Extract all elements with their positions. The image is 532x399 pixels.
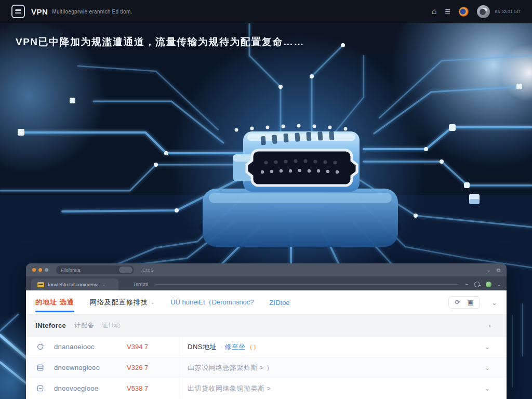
row-desc-text: 由苏说网络恶露聚炸斯 > ） <box>188 363 273 373</box>
app-logo-icon[interactable] <box>11 5 25 18</box>
table-row[interactable]: dnanaoeiooc V394 7 DNS地址 · 修至坐 （） ⌄ <box>26 336 507 357</box>
row-version: V394 7 <box>127 343 179 351</box>
row-desc-text: DNS地址 <box>188 342 217 352</box>
nav-tab-config[interactable]: 网络及配置修排技 ⌄ <box>90 290 155 314</box>
tab-caret-icon[interactable]: ⌄ <box>102 282 106 287</box>
shortcut-hint: Ctt:S <box>142 268 154 273</box>
traffic-light-3[interactable] <box>45 268 48 272</box>
hero-headline: VPN已中降加为规滥遭通道，流量传输为规待为配置复命…… <box>16 35 304 49</box>
refresh-icon[interactable]: ⟳ <box>455 299 460 305</box>
section-subtitle-1: 计配备 <box>74 321 95 330</box>
row-description: 由苏说网络恶露聚炸斯 > ） ⌄ <box>179 357 507 378</box>
row-version: V538 7 <box>127 384 179 392</box>
sync-icon <box>36 343 46 351</box>
windows-overlap-icon[interactable]: ⧉ <box>497 267 500 273</box>
collapse-chevron-icon[interactable]: ⌄ <box>491 299 497 307</box>
hamburger-menu-icon[interactable]: ≡ <box>445 7 450 16</box>
url-bar[interactable]: Filoforeta <box>56 265 134 274</box>
toolbar-button-group[interactable]: ⟳ ▣ <box>448 296 480 309</box>
brand-title: VPN <box>31 7 48 16</box>
browser-window: Filoforeta Ctt:S ⌄ ⧉ forwtefitu tal como… <box>26 263 507 399</box>
row-link-suffix: （） <box>246 342 260 352</box>
browser-tab-secondary[interactable]: Territrti <box>133 281 148 290</box>
topbar-actions: ⌂ ≡ EN 02/G1 147 <box>432 5 521 18</box>
page: VPN Multiloegprwle eranmch Ed tlom. ⌂ ≡ … <box>0 0 532 399</box>
row-name: dnoewnoglooc <box>54 364 127 371</box>
browser-tab-active[interactable]: forwtefitu tal comorerw ⌄ <box>31 278 118 290</box>
dot-separator: · <box>221 344 222 350</box>
tab-label: forwtefitu tal comorerw <box>48 282 98 287</box>
profile-circle-icon[interactable] <box>474 282 480 287</box>
nav-link-zidtoe[interactable]: ZIDtoe <box>270 290 290 314</box>
section-header: INteforce 计配备 证H动 ‹ <box>26 315 507 336</box>
nav-tab-config-label: 网络及配置修排技 <box>90 298 148 307</box>
row-name: dnanaoeiooc <box>54 343 127 351</box>
traffic-light-2[interactable] <box>38 268 42 272</box>
table-row[interactable]: dnoewnoglooc V326 7 由苏说网络恶露聚炸斯 > ） ⌄ <box>26 357 507 378</box>
user-label: EN 02/G1 147 <box>495 10 521 14</box>
row-version: V326 7 <box>127 364 179 371</box>
table-row[interactable]: dnoovoeglooe V538 7 出切货收网络象铜游类斯 > ⌄ <box>26 378 507 398</box>
row-expand-icon[interactable]: ⌄ <box>485 343 490 351</box>
traffic-light-1[interactable] <box>32 268 36 272</box>
tabbar-actions: − ⌄ <box>466 282 501 290</box>
nav-tab-active[interactable]: 的地址 选通 <box>35 290 74 314</box>
row-desc-text: 出切货收网络象铜游类斯 > <box>188 384 271 393</box>
database-icon <box>36 364 46 371</box>
row-description: 出切货收网络象铜游类斯 > ⌄ <box>179 378 507 398</box>
url-bar-knob[interactable] <box>119 267 132 273</box>
tabbar-divider <box>155 284 458 285</box>
nav-link-performance[interactable]: ŪŪ huneiEt（Deromnsnoc? <box>170 290 254 314</box>
tabbar-chevron-icon[interactable]: ⌄ <box>497 282 501 287</box>
row-expand-icon[interactable]: ⌄ <box>485 385 490 392</box>
minus-square-icon <box>36 384 46 392</box>
gallery-icon[interactable]: ▣ <box>468 299 473 305</box>
chevron-down-icon: ⌄ <box>151 300 155 305</box>
restore-icon[interactable]: ⌄ <box>486 267 490 273</box>
row-description: DNS地址 · 修至坐 （） ⌄ <box>179 337 507 357</box>
row-name: dnoovoeglooe <box>54 384 127 392</box>
avatar[interactable] <box>477 5 490 18</box>
tab-favicon-icon <box>37 282 44 287</box>
brand-subtitle: Multiloegprwle eranmch Ed tlom. <box>52 9 132 15</box>
section-subtitle-2: 证H动 <box>102 321 121 330</box>
section-collapse-icon[interactable]: ‹ <box>489 322 491 329</box>
nav-row: 的地址 选通 网络及配置修排技 ⌄ ŪŪ huneiEt（Deromnsnoc?… <box>26 290 507 315</box>
topbar: VPN Multiloegprwle eranmch Ed tlom. ⌂ ≡ … <box>0 0 532 23</box>
section-title: INteforce <box>35 322 66 329</box>
cube-node <box>469 194 480 204</box>
window-titlebar: Filoforeta Ctt:S ⌄ ⧉ <box>26 263 507 276</box>
extension-icon[interactable] <box>486 282 491 287</box>
home-icon[interactable]: ⌂ <box>432 7 437 16</box>
url-text: Filoforeta <box>61 268 81 273</box>
browser-logo-icon[interactable] <box>459 7 469 17</box>
row-expand-icon[interactable]: ⌄ <box>485 364 490 371</box>
row-edit-link[interactable]: 修至坐 <box>224 342 246 352</box>
titlebar-icons: ⌄ ⧉ <box>486 267 500 273</box>
page-content: 的地址 选通 网络及配置修排技 ⌄ ŪŪ huneiEt（Deromnsnoc?… <box>26 290 507 399</box>
minimize-icon[interactable]: − <box>466 282 469 287</box>
tab-bar: forwtefitu tal comorerw ⌄ Territrti − ⌄ <box>26 276 507 290</box>
